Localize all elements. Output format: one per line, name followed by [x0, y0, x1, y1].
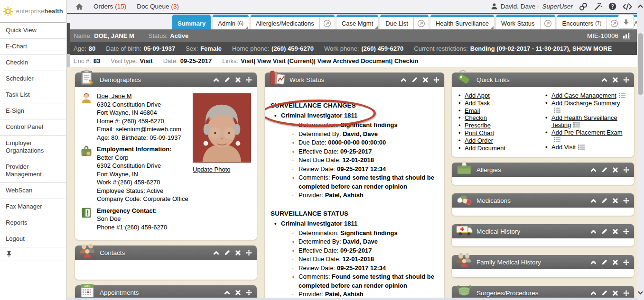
magic-wand-icon[interactable] [594, 2, 602, 11]
list-grid-icon[interactable] [578, 145, 585, 150]
scroll-down-icon[interactable] [637, 290, 644, 296]
sidebar-item[interactable]: Provider Management [0, 159, 66, 183]
quick-link[interactable]: Add Appt [465, 92, 490, 99]
quick-link[interactable]: Add Pre-Placement Exam [551, 129, 623, 136]
chart-tab[interactable]: Allergies/Medications [251, 15, 335, 29]
demographics-header[interactable]: Demographics [75, 73, 257, 87]
close-icon[interactable] [235, 290, 241, 296]
collapse-icon[interactable] [224, 290, 230, 296]
quick-link[interactable]: Add Task [465, 100, 490, 107]
home-button[interactable] [75, 3, 83, 10]
close-icon[interactable] [612, 259, 618, 265]
edit-icon[interactable] [224, 250, 230, 256]
chart-tab[interactable]: Health Surveillance [430, 15, 494, 29]
sidebar-item[interactable]: Scheduler [0, 71, 66, 87]
quick-link[interactable]: Add Document [465, 145, 505, 152]
sidebar-item[interactable]: E-Chart [0, 39, 66, 55]
sidebar-item[interactable]: Reports [0, 215, 66, 231]
quick-link[interactable]: Checkin [465, 114, 487, 121]
close-icon[interactable] [235, 250, 241, 256]
collapse-icon[interactable] [590, 228, 597, 235]
move-icon[interactable] [623, 290, 629, 296]
edit-icon[interactable] [411, 77, 418, 83]
link-icon[interactable] [579, 2, 588, 11]
patient-name-link[interactable]: Doe, Jane M [97, 92, 132, 100]
contacts-header[interactable]: Contacts [75, 245, 257, 260]
move-icon[interactable] [433, 77, 439, 83]
work-status-header[interactable]: Work Status [265, 73, 444, 87]
app-logo[interactable]: enterprisehealth [0, 0, 66, 23]
list-grid-icon[interactable] [554, 108, 560, 113]
sidebar-item[interactable]: WebScan [0, 183, 66, 199]
encounter-link[interactable]: View Visit (Current) [253, 57, 314, 64]
close-icon[interactable] [612, 167, 618, 173]
list-grid-icon[interactable] [573, 122, 580, 127]
frame-scrollbar-thumb[interactable] [67, 23, 70, 54]
orders-link[interactable]: Orders (15) [93, 3, 126, 10]
edit-icon[interactable] [601, 290, 607, 296]
quick-link[interactable]: Add Case Management [551, 92, 616, 99]
quick-link[interactable]: Email [465, 107, 480, 114]
move-icon[interactable] [623, 198, 629, 204]
stub-header[interactable]: Family Medical History [452, 255, 634, 269]
scroll-up-icon[interactable] [637, 3, 644, 9]
encounter-link[interactable]: Checkin [391, 57, 419, 64]
sidebar-item[interactable]: Employer Organizations [0, 136, 66, 159]
chart-tab[interactable]: Due List [380, 15, 429, 29]
sidebar-item[interactable]: Checkin [0, 55, 66, 71]
edit-icon[interactable] [224, 77, 230, 83]
tab-popout-button[interactable] [413, 17, 429, 29]
list-grid-icon[interactable] [619, 93, 625, 98]
chart-tab[interactable]: Work Status [496, 15, 555, 29]
edit-icon[interactable] [601, 198, 607, 204]
sidebar-item[interactable]: Control Panel [0, 119, 66, 136]
move-icon[interactable] [623, 259, 629, 265]
collapse-icon[interactable] [590, 290, 597, 296]
stub-header[interactable]: Medical History [452, 224, 634, 238]
move-icon[interactable] [246, 77, 252, 83]
quick-links-header[interactable]: Quick Links [452, 73, 634, 87]
chart-tab[interactable]: Case Mgmt [336, 15, 378, 29]
sidebar-pin-button[interactable] [0, 247, 66, 261]
close-icon[interactable] [612, 77, 618, 83]
close-icon[interactable] [422, 77, 429, 83]
collapse-icon[interactable] [213, 250, 219, 256]
edit-icon[interactable] [601, 259, 607, 265]
quick-link[interactable]: Add Discharge Summary [551, 100, 620, 107]
move-icon[interactable] [246, 250, 252, 256]
chart-tab[interactable]: Admin (6) [213, 15, 249, 29]
update-photo-link[interactable]: Update Photo [193, 166, 231, 173]
help-icon[interactable] [608, 2, 616, 10]
sidebar-item[interactable]: Logout [0, 231, 66, 247]
tab-popout-button[interactable] [540, 17, 555, 29]
quick-link[interactable]: Add Order [465, 137, 493, 144]
sidebar-item[interactable]: Quick View [0, 23, 66, 39]
collapse-icon[interactable] [213, 77, 219, 83]
collapse-icon[interactable] [401, 77, 407, 83]
list-grid-icon[interactable] [554, 137, 560, 142]
collapse-icon[interactable] [590, 198, 597, 204]
flowsheet-chart-icon[interactable] [623, 32, 630, 39]
sidebar-item[interactable]: E-Sign [0, 103, 66, 119]
close-icon[interactable] [612, 228, 618, 235]
edit-icon[interactable] [601, 167, 607, 173]
quick-link[interactable]: Add Health Surveillance Testing [551, 114, 617, 128]
edit-icon[interactable] [601, 228, 607, 235]
sidebar-item[interactable]: Task List [0, 87, 66, 103]
close-icon[interactable] [612, 198, 618, 204]
tab-popout-button[interactable] [319, 17, 335, 29]
doc-queue-link[interactable]: Doc Queue (3) [137, 3, 179, 10]
encounter-link[interactable]: View Archived Document [314, 57, 391, 64]
vertical-scrollbar[interactable] [637, 0, 644, 300]
more-tabs-button[interactable] [618, 15, 634, 29]
move-icon[interactable] [623, 77, 629, 83]
chart-tab[interactable]: Encounters (7) [557, 15, 622, 29]
stub-header[interactable]: Medications [452, 193, 634, 208]
collapse-icon[interactable] [590, 167, 597, 173]
collapse-icon[interactable] [601, 77, 607, 83]
stub-header[interactable]: Allergies [452, 163, 634, 177]
quick-link[interactable]: Add Visit [551, 144, 576, 151]
current-user[interactable]: David, Dave - SuperUser [491, 3, 573, 10]
encounter-link[interactable]: Visit [241, 57, 253, 64]
code-icon[interactable] [623, 3, 632, 10]
